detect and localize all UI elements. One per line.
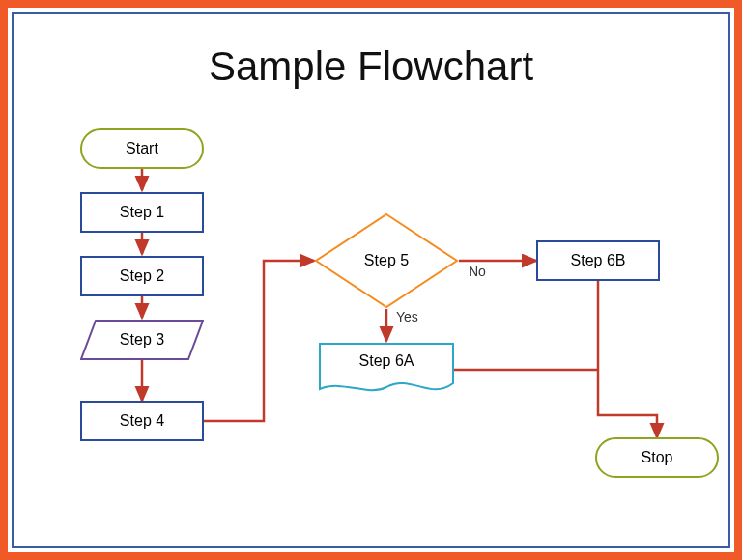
step4-process: Step 4 <box>80 401 204 441</box>
stop-label: Stop <box>642 449 673 466</box>
step6a-document: Step 6A <box>319 343 454 396</box>
step1-process: Step 1 <box>80 192 204 233</box>
outer-border: Sample Flowchart <box>0 0 742 560</box>
edge-no-label: No <box>469 264 486 279</box>
start-terminator: Start <box>80 128 204 169</box>
flowchart-title: Sample Flowchart <box>14 43 728 90</box>
step5-decision: Step 5 <box>314 212 459 309</box>
edge-yes-label: Yes <box>396 309 418 324</box>
step1-label: Step 1 <box>120 204 164 221</box>
inner-border: Sample Flowchart <box>12 12 730 548</box>
step6b-label: Step 6B <box>571 252 626 269</box>
step4-label: Step 4 <box>120 412 164 430</box>
step5-label: Step 5 <box>364 252 409 269</box>
step3-label: Step 3 <box>120 331 164 349</box>
step2-process: Step 2 <box>80 256 204 296</box>
step2-label: Step 2 <box>120 267 164 285</box>
start-label: Start <box>126 140 158 157</box>
step6a-label: Step 6A <box>359 352 414 369</box>
step6b-process: Step 6B <box>536 240 660 281</box>
step3-data: Step 3 <box>80 320 204 360</box>
stop-terminator: Stop <box>595 437 719 478</box>
